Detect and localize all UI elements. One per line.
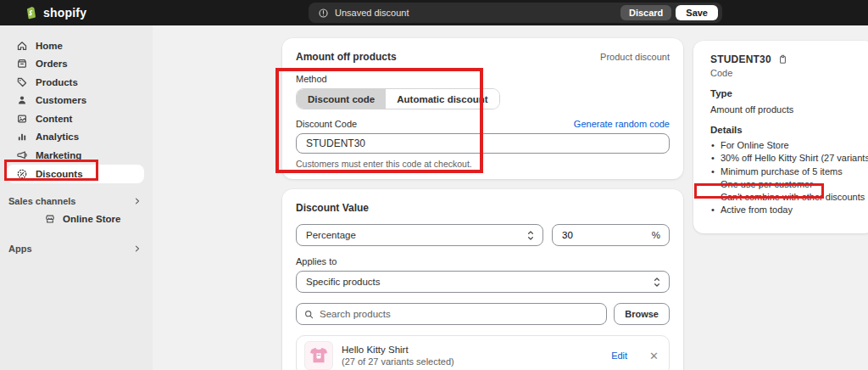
method-option-discount-code[interactable]: Discount code: [297, 89, 386, 109]
product-discount-badge: Product discount: [600, 52, 670, 62]
generate-random-code-link[interactable]: Generate random code: [574, 119, 670, 129]
applies-to-select[interactable]: Specific products: [296, 271, 670, 293]
sales-channels-label: Sales channels: [8, 196, 76, 206]
summary-code: STUDENT30: [710, 53, 771, 65]
products-icon: [16, 76, 28, 88]
discount-code-label: Discount Code: [296, 119, 357, 129]
discounts-icon: [16, 168, 28, 180]
sidebar-item-customers[interactable]: Customers: [0, 92, 153, 110]
sales-channels-header[interactable]: Sales channels: [0, 193, 153, 210]
select-stepper-icon: [652, 276, 662, 289]
save-button[interactable]: Save: [676, 5, 718, 20]
tshirt-image: [308, 345, 330, 367]
select-stepper-icon: [526, 229, 536, 242]
unsaved-label: Unsaved discount: [335, 8, 409, 18]
discount-code-help-text: Customers must enter this code at checko…: [296, 159, 670, 169]
search-products-input[interactable]: [296, 303, 607, 325]
method-label: Method: [296, 74, 670, 84]
browse-button[interactable]: Browse: [614, 303, 670, 325]
discount-value-card: Discount Value Percentage % Applies to S…: [282, 189, 683, 370]
edit-product-link[interactable]: Edit: [611, 350, 627, 361]
copy-code-icon[interactable]: [777, 53, 788, 65]
detail-item: Minimum purchase of 5 items: [710, 165, 858, 178]
chevron-right-icon: [132, 244, 142, 254]
sidebar-item-products[interactable]: Products: [0, 73, 153, 92]
summary-code-subtitle: Code: [710, 68, 858, 78]
analytics-icon: [16, 131, 28, 143]
sidebar-item-home[interactable]: Home: [0, 36, 153, 55]
amount-off-products-card: Amount off products Product discount Met…: [282, 38, 683, 179]
sidebar-item-online-store[interactable]: Online Store: [0, 210, 153, 228]
summary-details-list: For Online Store 30% off Hello Kitty Shi…: [710, 139, 858, 217]
search-icon: [303, 309, 314, 320]
applies-to-label: Applies to: [296, 256, 670, 266]
method-segmented-control: Discount code Automatic discount: [296, 88, 500, 109]
method-option-automatic-discount[interactable]: Automatic discount: [386, 89, 498, 109]
product-variants: (27 of 27 variants selected): [342, 356, 454, 367]
topbar: shopify Unsaved discount Discard Save: [0, 0, 868, 25]
sidebar-item-label: Marketing: [36, 150, 81, 160]
apps-label: Apps: [8, 244, 32, 254]
alert-circle-icon: [318, 8, 329, 19]
marketing-icon: [16, 149, 28, 161]
product-name: Hello Kitty Shirt: [342, 345, 454, 355]
orders-icon: [16, 58, 28, 70]
selected-product-row: Hello Kitty Shirt (27 of 27 variants sel…: [296, 335, 670, 370]
discount-code-input[interactable]: [296, 133, 670, 154]
home-icon: [16, 40, 28, 52]
value-type-selected: Percentage: [306, 230, 356, 240]
percent-suffix: %: [652, 230, 660, 240]
sidebar: Home Orders Products Customers Content A…: [0, 25, 153, 370]
sidebar-item-label: Products: [36, 77, 78, 87]
content-icon: [16, 113, 28, 125]
customers-icon: [16, 94, 28, 106]
card-title: Discount Value: [296, 202, 670, 214]
applies-to-selected: Specific products: [306, 277, 381, 287]
detail-item-one-use: One use per customer: [710, 178, 858, 191]
detail-item: 30% off Hello Kitty Shirt (27 variants): [710, 152, 858, 165]
online-store-icon: [44, 213, 56, 225]
sidebar-item-label: Online Store: [63, 214, 120, 224]
sidebar-item-marketing[interactable]: Marketing: [0, 146, 153, 165]
apps-header[interactable]: Apps: [0, 240, 153, 257]
sidebar-item-label: Customers: [36, 95, 86, 105]
card-title: Amount off products: [296, 51, 397, 63]
shopify-logo[interactable]: shopify: [23, 5, 86, 20]
shopify-bag-icon: [23, 5, 38, 20]
unsaved-changes-bar: Unsaved discount Discard Save: [309, 3, 722, 23]
product-thumbnail: [304, 341, 333, 370]
sidebar-item-content[interactable]: Content: [0, 109, 153, 128]
sidebar-item-discounts[interactable]: Discounts: [7, 165, 144, 183]
summary-type-heading: Type: [710, 88, 858, 98]
discard-button[interactable]: Discard: [620, 5, 671, 20]
sidebar-item-label: Orders: [36, 59, 68, 69]
chevron-right-icon: [132, 196, 142, 206]
sidebar-item-label: Home: [36, 41, 63, 51]
detail-item: For Online Store: [710, 139, 858, 152]
sidebar-item-analytics[interactable]: Analytics: [0, 128, 153, 147]
value-type-select[interactable]: Percentage: [296, 224, 543, 246]
remove-product-icon[interactable]: ✕: [649, 350, 659, 362]
sidebar-item-label: Content: [36, 114, 72, 124]
detail-item: Can't combine with other discounts: [710, 191, 858, 204]
summary-type-value: Amount off products: [710, 104, 858, 115]
logo-wordmark: shopify: [43, 6, 86, 20]
sidebar-item-label: Discounts: [36, 169, 83, 179]
detail-item: Active from today: [710, 204, 858, 216]
summary-details-heading: Details: [710, 125, 858, 135]
sidebar-item-orders[interactable]: Orders: [0, 55, 153, 74]
sidebar-item-label: Analytics: [36, 132, 79, 142]
discount-summary-card: STUDENT30 Code Type Amount off products …: [693, 41, 868, 233]
